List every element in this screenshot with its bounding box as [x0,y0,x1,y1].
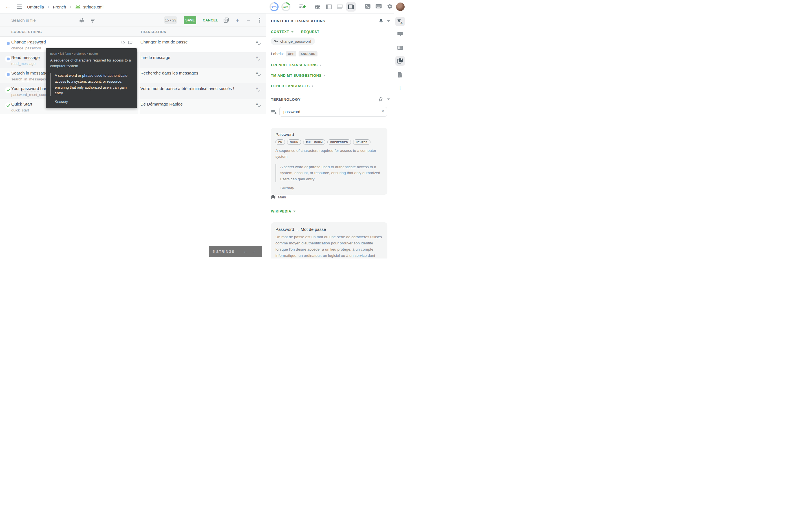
spellcheck-icon[interactable]: A [255,56,261,62]
view-sidebar-button[interactable] [346,0,356,13]
pill-type: FULL FORM [303,139,325,145]
view-comfortable-button[interactable] [313,0,322,13]
term-topic: Security [50,100,133,104]
term-highlight[interactable]: Password [27,39,46,45]
keyboard-icon [376,4,382,9]
tab-request[interactable]: REQUEST [301,30,319,34]
label-chip-app[interactable]: APP [286,51,296,56]
wikipedia-card-title: Password → Mot de passe [276,227,383,232]
editor-page: ← Umbrella French strings.xml 64% 17% [0,0,406,258]
breadcrumb-separator-icon [70,4,71,9]
search-in-file-input[interactable] [11,18,79,23]
term-highlight[interactable]: message [23,55,40,60]
spellcheck-icon[interactable]: A [255,40,261,46]
view-side-by-side-button[interactable] [324,0,334,13]
copy-source-button[interactable] [222,13,230,27]
terminology-search-input[interactable] [280,107,387,116]
save-button[interactable]: SAVE [184,16,196,24]
next-page-arrow[interactable] [250,249,258,254]
section-french-translations[interactable]: FRENCH TRANSLATIONS [271,63,321,67]
back-button[interactable]: ← [4,0,12,13]
translated-progress-badge[interactable]: 64% [269,0,279,13]
zoom-out-button[interactable] [244,13,252,27]
term-card-title: Password [276,132,383,137]
string-key-chip[interactable]: change_password [271,37,315,45]
minus-icon [247,17,250,24]
pill-pos: NOUN [287,139,301,145]
translation-text[interactable]: Recherche dans les messages [140,71,198,75]
tag-icon[interactable] [121,40,125,45]
settings-button[interactable] [385,0,394,13]
comfortable-view-icon [313,2,322,11]
glossary-source: Main [271,195,286,199]
source-string[interactable]: Quick Start [11,102,32,106]
comment-icon[interactable] [128,40,133,45]
rail-file-info-tab[interactable] [395,70,405,80]
shortcuts-button[interactable] [374,0,383,13]
spellcheck-icon[interactable]: A [255,71,261,77]
side-by-side-view-icon [324,2,334,11]
translation-text[interactable]: Votre mot de passe a été réinitialisé av… [140,86,234,91]
menu-button[interactable] [15,0,23,13]
spellcheck-icon[interactable]: A [255,102,261,108]
breadcrumb-language[interactable]: French [53,4,66,9]
file-info-icon [398,72,403,78]
filter-strings-button[interactable] [89,13,97,27]
collapse-chevron-icon[interactable] [387,99,390,100]
translation-text[interactable]: Changer le mot de passe [140,39,188,44]
pill-gender: NEUTER [353,139,371,145]
source-string[interactable]: Change Password [11,39,46,44]
source-string[interactable]: Read message [11,55,40,60]
glossary-name: Main [278,195,286,199]
status-approved-icon [5,87,11,93]
add-term-icon[interactable] [271,109,277,115]
translation-text[interactable]: Lire le message [140,55,170,60]
editor-toolbar: 15 • 23 SAVE CANCEL [0,13,266,27]
labels-row: Labels: APP ANDROID [271,51,317,56]
label-chip-android[interactable]: ANDROID [298,51,317,56]
breadcrumb-project[interactable]: Umbrella [27,4,44,9]
console-button[interactable] [364,0,372,13]
cancel-button[interactable]: CANCEL [203,13,218,27]
top-bottom-view-icon [335,2,345,11]
status-translated-icon [5,56,11,62]
wikipedia-card: Password → Mot de passe Un mot de passe … [271,222,387,258]
rail-add-tab[interactable] [395,83,405,93]
more-options-button[interactable] [256,13,264,27]
side-rail: A [394,0,406,258]
unpin-icon[interactable] [377,96,383,103]
previous-page-arrow[interactable] [241,249,250,254]
chevron-down-icon [293,211,296,212]
strings-pager: 5 STRINGS [209,246,262,257]
pin-icon[interactable] [378,18,383,24]
string-key: change_password [11,46,41,50]
rail-translations-tab[interactable]: A [395,17,405,26]
term-definition: A sequence of characters required for ac… [50,58,133,69]
section-other-languages[interactable]: OTHER LANGUAGES [271,84,313,88]
wikipedia-section-link[interactable]: WIKIPEDIA [271,209,296,213]
zoom-in-button[interactable] [233,13,241,27]
filter-settings-button[interactable] [78,13,86,27]
wikipedia-card-body: Un mot de passe est un mot ou une série … [276,234,383,258]
panel-title: CONTEXT & TRANSLATIONS [271,19,378,23]
source-string[interactable]: Search in messages [11,71,50,75]
rail-context-tab[interactable] [395,43,405,53]
rail-terminology-tab[interactable] [395,56,405,66]
breadcrumb-file[interactable]: strings.xml [83,4,104,9]
approved-progress-badge[interactable]: 17% [281,0,290,13]
proofread-activity-button[interactable] [298,0,306,13]
user-avatar[interactable] [395,0,406,13]
clear-search-icon[interactable] [381,108,384,115]
key-icon [273,39,278,44]
term-card-topic: Security [276,186,383,190]
progress-ring-approved: 17% [281,2,290,11]
section-tm-mt-suggestions[interactable]: TM AND MT SUGGESTIONS [271,74,325,78]
tab-context[interactable]: CONTEXT [271,30,294,34]
rail-comments-tab[interactable] [395,29,405,39]
translation-column-header: TRANSLATION [140,27,167,37]
term-highlight[interactable]: password [21,86,39,91]
view-top-bottom-button[interactable] [335,0,345,13]
collapse-chevron-icon[interactable] [387,20,390,22]
translation-text[interactable]: De Démarrage Rapide [140,102,183,106]
spellcheck-icon[interactable]: A [255,87,261,93]
